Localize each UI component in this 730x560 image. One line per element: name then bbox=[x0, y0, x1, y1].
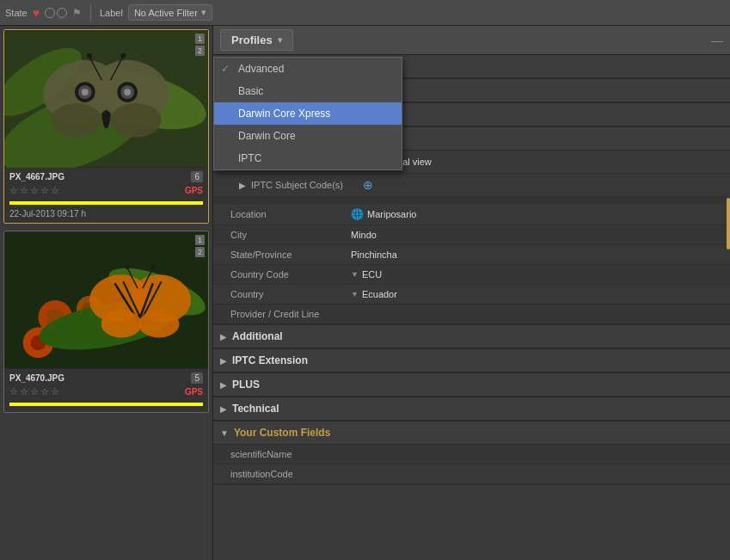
section-custom-fields-title: Your Custom Fields bbox=[234, 427, 330, 439]
dropdown-item-advanced[interactable]: Advanced bbox=[214, 58, 402, 80]
section-plus-arrow: ▶ bbox=[220, 380, 227, 390]
thumb-num-2: 2 bbox=[195, 46, 205, 56]
dropdown-item-darwin-xpress-label: Darwin Core Xpress bbox=[238, 108, 330, 120]
scroll-indicator bbox=[727, 198, 730, 249]
section-custom-fields-header[interactable]: ▼ Your Custom Fields bbox=[213, 422, 730, 445]
thumb-info-2: PX_4670.JPG 5 ☆ ☆ ☆ ☆ ☆ GPS bbox=[4, 369, 208, 412]
svg-point-7 bbox=[51, 103, 101, 138]
thumb-count-2: 5 bbox=[191, 372, 203, 384]
svg-point-17 bbox=[87, 53, 92, 58]
dropdown-item-darwin-xpress[interactable]: Darwin Core Xpress bbox=[214, 102, 402, 125]
location-value: Mariposario bbox=[367, 209, 720, 219]
state-province-value: Pinchincha bbox=[351, 249, 720, 260]
country-dropdown-icon: ▼ bbox=[351, 290, 359, 298]
dropdown-item-darwin-core[interactable]: Darwin Core bbox=[214, 125, 402, 147]
star-2[interactable]: ☆ bbox=[20, 185, 28, 196]
label-filter-button[interactable]: No Active Filter ▾ bbox=[128, 4, 212, 21]
svg-point-35 bbox=[101, 311, 142, 338]
thumb-stars-row-1: ☆ ☆ ☆ ☆ ☆ GPS bbox=[9, 182, 203, 199]
state-province-row: State/Province Pinchincha bbox=[213, 245, 730, 265]
country-code-value: ECU bbox=[362, 269, 720, 280]
star-4[interactable]: ☆ bbox=[40, 185, 49, 196]
profiles-button[interactable]: Profiles ▾ bbox=[220, 29, 293, 51]
section-additional-header[interactable]: ▶ Additional bbox=[213, 325, 730, 348]
iptc-subject-add-button[interactable]: ⊕ bbox=[363, 178, 373, 192]
state-label: State bbox=[5, 8, 28, 18]
thumbnail-card-2[interactable]: 1 2 PX_4670.JPG 5 ☆ ☆ ☆ ☆ ☆ bbox=[3, 231, 209, 413]
profiles-menu-button[interactable]: — bbox=[711, 34, 723, 47]
thumb-count-1: 6 bbox=[191, 171, 203, 182]
thumb-num-2a: 1 bbox=[195, 235, 205, 245]
section-technical-arrow: ▶ bbox=[220, 404, 227, 414]
thumb-color-bar-1 bbox=[9, 201, 203, 205]
provider-label: Provider / Credit Line bbox=[230, 309, 351, 319]
star-5[interactable]: ☆ bbox=[51, 185, 59, 196]
profiles-dropdown-menu: Advanced Basic Darwin Core Xpress Darwin… bbox=[213, 57, 402, 170]
dropdown-item-basic-label: Basic bbox=[238, 85, 263, 97]
gps-badge-1: GPS bbox=[185, 186, 203, 195]
svg-point-36 bbox=[138, 311, 179, 338]
label-text: Label bbox=[100, 8, 123, 18]
institution-code-label: institutionCode bbox=[230, 469, 351, 479]
main-layout: 1 2 PX_4667.JPG 6 ☆ ☆ ☆ ☆ ☆ bbox=[0, 26, 730, 560]
scientific-name-label: scientificName bbox=[230, 449, 351, 459]
profiles-label: Profiles bbox=[231, 34, 273, 46]
section-iptc-extension-arrow: ▶ bbox=[220, 356, 227, 366]
star-2-4[interactable]: ☆ bbox=[40, 386, 49, 397]
country-label: Country bbox=[230, 289, 351, 299]
thumb-numbers-2: 1 2 bbox=[195, 235, 205, 257]
thumb-numbers-1: 1 2 bbox=[195, 34, 205, 56]
globe-icon: 🌐 bbox=[351, 208, 364, 220]
profiles-arrow-icon: ▾ bbox=[278, 35, 282, 45]
circle-icons bbox=[45, 8, 67, 18]
metadata-panel: Profiles ▾ — Advanced Basic Darwin Core … bbox=[213, 26, 730, 560]
section-iptc-extension-header[interactable]: ▶ IPTC Extension bbox=[213, 349, 730, 372]
section-technical-title: Technical bbox=[232, 403, 279, 415]
svg-point-39 bbox=[126, 265, 130, 269]
star-3[interactable]: ☆ bbox=[30, 185, 39, 196]
gps-badge-2: GPS bbox=[185, 387, 203, 397]
thumbnail-image-2: 1 2 bbox=[4, 231, 208, 369]
provider-row: Provider / Credit Line bbox=[213, 305, 730, 324]
thumb-date-1: 22-Jul-2013 09:17 h bbox=[9, 209, 86, 218]
thumb-color-bar-2 bbox=[9, 403, 203, 406]
institution-code-row: institutionCode bbox=[213, 465, 730, 484]
dropdown-item-basic[interactable]: Basic bbox=[214, 80, 402, 102]
city-row: City Mindo bbox=[213, 225, 730, 245]
star-1[interactable]: ☆ bbox=[9, 185, 18, 196]
section-technical: ▶ Technical bbox=[213, 397, 730, 422]
section-plus-header[interactable]: ▶ PLUS bbox=[213, 373, 730, 397]
thumb-filename-1: PX_4667.JPG bbox=[9, 172, 64, 182]
dropdown-item-iptc[interactable]: IPTC bbox=[214, 147, 402, 169]
dropdown-item-darwin-core-label: Darwin Core bbox=[238, 130, 296, 142]
section-custom-fields-arrow: ▼ bbox=[220, 428, 229, 438]
star-2-5[interactable]: ☆ bbox=[51, 386, 59, 397]
thumb-info-1: PX_4667.JPG 6 ☆ ☆ ☆ ☆ ☆ GPS 22-Jul-2013 … bbox=[4, 168, 208, 223]
section-additional-title: Additional bbox=[232, 330, 283, 342]
svg-point-14 bbox=[124, 89, 131, 95]
dropdown-item-advanced-label: Advanced bbox=[238, 63, 284, 75]
location-row: Location 🌐 Mariposario bbox=[213, 204, 730, 225]
thumbnail-card-1[interactable]: 1 2 PX_4667.JPG 6 ☆ ☆ ☆ ☆ ☆ bbox=[3, 29, 209, 224]
thumb-stars-row-2: ☆ ☆ ☆ ☆ ☆ GPS bbox=[9, 384, 203, 400]
country-code-dropdown-icon: ▼ bbox=[351, 270, 359, 279]
star-2-2[interactable]: ☆ bbox=[20, 386, 28, 397]
circle-icon-2[interactable] bbox=[57, 8, 67, 18]
iptc-subject-arrow: ▶ bbox=[239, 181, 246, 190]
toolbar: State ♥ ⚑ Label No Active Filter ▾ bbox=[0, 0, 730, 26]
circle-icon-1[interactable] bbox=[45, 8, 55, 18]
filter-text: No Active Filter bbox=[134, 8, 198, 18]
section-plus-title: PLUS bbox=[232, 378, 260, 391]
section-plus: ▶ PLUS bbox=[213, 373, 730, 397]
star-2-1[interactable]: ☆ bbox=[9, 386, 18, 397]
filter-arrow-icon: ▾ bbox=[201, 7, 206, 18]
state-province-label: State/Province bbox=[230, 249, 351, 260]
heart-icon[interactable]: ♥ bbox=[33, 6, 40, 20]
section-additional-arrow: ▶ bbox=[220, 332, 227, 342]
star-2-3[interactable]: ☆ bbox=[30, 386, 39, 397]
separator bbox=[90, 4, 91, 22]
section-technical-header[interactable]: ▶ Technical bbox=[213, 397, 730, 421]
svg-point-11 bbox=[82, 89, 89, 95]
flag-icon[interactable]: ⚑ bbox=[72, 7, 82, 19]
dropdown-item-iptc-label: IPTC bbox=[238, 152, 261, 164]
